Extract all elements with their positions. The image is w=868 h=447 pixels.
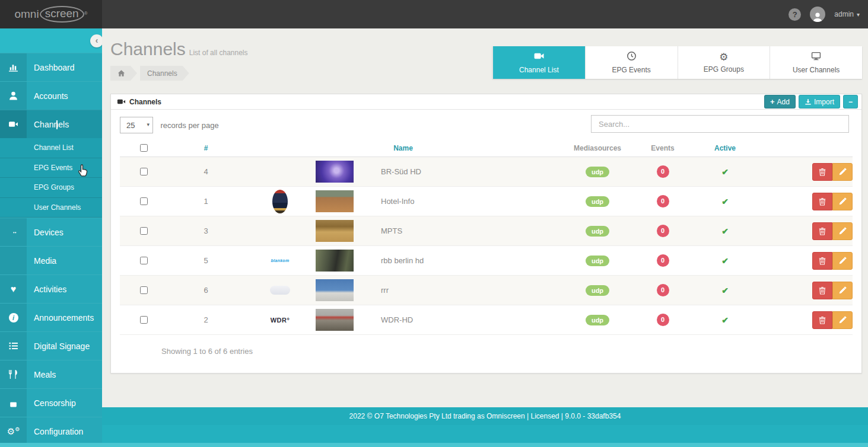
channel-name: MPTS	[381, 226, 562, 235]
bar-chart-icon	[0, 53, 27, 81]
sidebar-item[interactable]: Censorship	[0, 388, 102, 417]
caret-down-icon: ▾	[857, 11, 860, 18]
page-subtitle: List of all channels	[189, 49, 248, 57]
home-icon	[117, 69, 125, 77]
edit-button[interactable]	[832, 282, 853, 299]
table-row: 1 Hotel-Info udp 0 ✔	[120, 187, 853, 216]
tab-label: EPG Groups	[704, 65, 744, 74]
row-checkbox[interactable]	[140, 197, 148, 205]
mediasource-badge: udp	[586, 226, 609, 237]
table-row: 4 BR-Süd HD udp 0 ✔	[120, 157, 853, 187]
submenu-item[interactable]: User Channels	[0, 198, 102, 218]
delete-button[interactable]	[812, 163, 832, 181]
table-row: 2 WDR° WDR-HD udp 0 ✔	[120, 305, 853, 335]
sidebar-item[interactable]: Dashboard	[0, 53, 102, 81]
events-count-badge: 0	[657, 314, 669, 326]
breadcrumb-home[interactable]	[110, 66, 137, 81]
desktop-icon	[811, 51, 821, 63]
sidebar-item[interactable]: Accounts	[0, 81, 102, 110]
gears-icon: ⚙⚙	[0, 417, 27, 443]
sidebar-item[interactable]: ♥ Activities	[0, 274, 102, 303]
breadcrumb-item[interactable]: Channels	[140, 66, 189, 81]
column-header-name[interactable]: Name	[244, 144, 562, 152]
add-button[interactable]: + Add	[764, 95, 796, 108]
active-check-icon: ✔	[721, 226, 729, 236]
edit-button[interactable]	[832, 222, 853, 240]
edit-button[interactable]	[832, 193, 853, 210]
delete-button[interactable]	[812, 193, 832, 210]
events-count-badge: 0	[657, 254, 669, 267]
row-checkbox[interactable]	[140, 227, 148, 235]
pencil-icon	[838, 286, 847, 295]
column-header-active[interactable]: Active	[692, 144, 758, 152]
row-checkbox[interactable]	[140, 257, 148, 264]
sidebar-item[interactable]: Digital Signage	[0, 331, 102, 360]
channel-thumbnail	[316, 190, 354, 212]
channel-number: 4	[167, 167, 244, 176]
search-input[interactable]	[591, 115, 849, 133]
sidebar-item[interactable]: Devices	[0, 218, 102, 246]
table-header-row: # Name Mediasources Events Active	[120, 139, 853, 157]
records-per-page-select[interactable]: 25	[120, 117, 152, 133]
entries-summary: Showing 1 to 6 of 6 entries	[161, 347, 853, 356]
heart-icon: ♥	[0, 275, 27, 303]
import-button[interactable]: Import	[799, 95, 840, 108]
delete-button[interactable]	[812, 311, 832, 329]
hdd-icon	[0, 218, 27, 246]
footer-area: 2022 © O7 Technologies Pty Ltd trading a…	[102, 407, 868, 447]
table-row: 6 rrr udp 0 ✔	[120, 276, 853, 305]
tab[interactable]: EPG Events	[585, 46, 678, 79]
table-row: 3 MPTS udp 0 ✔	[120, 216, 853, 246]
column-header-num[interactable]: #	[167, 144, 244, 152]
tab[interactable]: Channel List	[492, 46, 585, 79]
delete-button[interactable]	[812, 282, 832, 299]
footer-text: 2022 © O7 Technologies Pty Ltd trading a…	[102, 407, 868, 425]
sidebar-item-label: Accounts	[27, 82, 68, 110]
logo-registered-mark: ®	[84, 11, 88, 16]
lock-icon	[0, 389, 27, 417]
delete-button[interactable]	[812, 252, 832, 270]
row-checkbox[interactable]	[140, 316, 148, 324]
sidebar-item[interactable]: Media	[0, 246, 102, 274]
column-header-mediasources[interactable]: Mediasources	[562, 144, 633, 152]
pencil-icon	[838, 227, 847, 235]
delete-button[interactable]	[812, 222, 832, 240]
user-icon	[0, 82, 27, 110]
mediasource-badge: udp	[586, 285, 609, 296]
submenu-item[interactable]: EPG Groups	[0, 178, 102, 198]
submenu-item[interactable]: EPG Events	[0, 158, 102, 178]
video-camera-icon	[534, 51, 544, 63]
mediasource-badge: udp	[586, 256, 609, 266]
events-count-badge: 0	[657, 195, 669, 207]
submenu-item-label: EPG Events	[34, 164, 72, 172]
submenu-item[interactable]: Channel List	[0, 138, 102, 158]
trash-icon	[818, 257, 826, 265]
collapse-panel-button[interactable]: −	[843, 95, 858, 108]
select-all-checkbox[interactable]	[140, 144, 148, 152]
column-header-events[interactable]: Events	[633, 144, 692, 152]
edit-button[interactable]	[832, 252, 853, 270]
pencil-icon	[838, 197, 847, 206]
trash-icon	[818, 316, 826, 324]
sidebar-item[interactable]: ⚙⚙ Configuration	[0, 417, 102, 443]
bottom-accent-strip	[0, 443, 868, 447]
sidebar-collapse-button[interactable]: ‹	[90, 34, 102, 47]
tab[interactable]: User Channels	[770, 46, 862, 79]
sidebar-item-label: Announcements	[27, 304, 94, 331]
sidebar-item[interactable]: Meals	[0, 360, 102, 388]
mediasource-badge: udp	[586, 315, 609, 325]
channel-logo	[270, 286, 290, 295]
edit-button[interactable]	[832, 311, 853, 329]
trash-icon	[818, 197, 826, 206]
row-checkbox[interactable]	[140, 286, 148, 294]
row-checkbox[interactable]	[140, 168, 148, 175]
sidebar-item-channels[interactable]: Channels	[0, 110, 102, 138]
admin-dropdown[interactable]: admin ▾	[834, 10, 860, 18]
user-avatar-icon[interactable]	[810, 7, 825, 22]
minus-icon: −	[848, 98, 853, 106]
edit-button[interactable]	[832, 163, 853, 181]
app-logo[interactable]: omniscreen®	[0, 0, 102, 28]
sidebar-item[interactable]: i Announcements	[0, 303, 102, 331]
tab[interactable]: ⚙ EPG Groups	[678, 46, 770, 79]
help-icon[interactable]: ?	[788, 8, 801, 21]
